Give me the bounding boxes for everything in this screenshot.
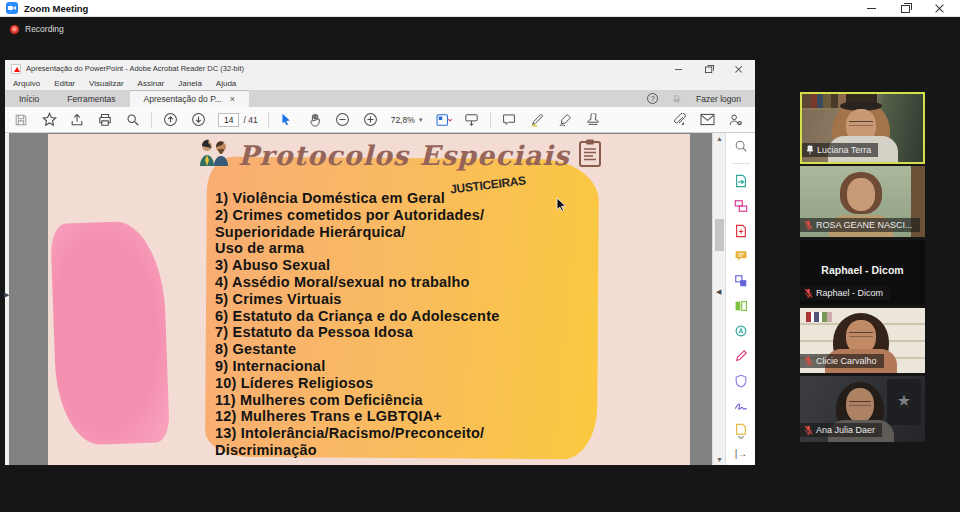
participant-name: Raphael - Dicom	[816, 288, 883, 298]
tab-inicio[interactable]: Início	[5, 90, 53, 107]
pin-icon	[806, 145, 814, 155]
organize-pages-icon[interactable]	[733, 298, 749, 314]
acrobat-toolbar: 14 / 41 72,8% ▼	[5, 107, 755, 133]
participant-name: Ana Julia Daer	[816, 425, 875, 435]
page-total-label: / 41	[243, 115, 257, 125]
zoom-level-value: 72,8%	[391, 115, 415, 125]
login-button[interactable]: Fazer logon	[696, 94, 741, 104]
page-number-input[interactable]: 14	[218, 113, 239, 127]
notifications-icon[interactable]: 🕭	[672, 93, 682, 104]
comment-icon[interactable]	[501, 112, 517, 128]
slide-list-line: Discriminação	[215, 442, 499, 459]
tab-ferramentas[interactable]: Ferramentas	[53, 90, 129, 107]
attach-icon[interactable]	[671, 112, 687, 128]
participant-tile-luciana[interactable]: Luciana Terra	[800, 92, 925, 164]
zoom-titlebar: Zoom Meeting	[0, 0, 960, 17]
participant-tile-rosa[interactable]: ROSA GEANE NASCI...	[800, 166, 925, 237]
slide-list-line: 11) Mulheres com Deficiência	[215, 392, 499, 409]
highlight-icon[interactable]	[529, 112, 545, 128]
recording-indicator: Recording	[10, 24, 64, 34]
menu-ajuda[interactable]: Ajuda	[216, 79, 236, 88]
stamp-icon[interactable]	[585, 112, 601, 128]
participant-nametag: Clicie Carvalho	[800, 354, 884, 368]
menu-arquivo[interactable]: Arquivo	[13, 79, 40, 88]
slide-title: Protocolos Especiais	[238, 140, 570, 171]
search-icon[interactable]	[125, 112, 141, 128]
print-icon[interactable]	[97, 112, 113, 128]
slide-list-line: Superioridade Hierárquica/	[215, 224, 499, 241]
expand-tools-icon[interactable]: |→	[726, 448, 756, 459]
nav-pane-toggle-icon[interactable]: ▶	[4, 291, 9, 299]
slide-list-line: 7) Estatuto da Pessoa Idosa	[215, 324, 499, 341]
participant-nametag: ROSA GEANE NASCI...	[800, 218, 920, 232]
more-tools-icon[interactable]	[733, 423, 749, 439]
slide-page: Protocolos Especiais JUSTICEIRAS 1) Viol…	[48, 134, 690, 465]
minimize-icon[interactable]	[866, 3, 878, 13]
slide-list-line: 9) Internacional	[215, 358, 499, 375]
participant-tile-ana[interactable]: ★ Ana Julia Daer	[800, 376, 925, 442]
restore-icon[interactable]	[900, 3, 912, 13]
tab-document[interactable]: Apresentação do P... ×	[130, 90, 250, 107]
acrobat-restore-icon[interactable]	[704, 65, 714, 73]
menu-editar[interactable]: Editar	[54, 79, 75, 88]
acrobat-close-icon[interactable]	[734, 65, 744, 73]
document-area: Protocolos Especiais JUSTICEIRAS 1) Viol…	[9, 133, 712, 465]
comment-tool-icon[interactable]	[733, 248, 749, 264]
page-view-icon[interactable]	[436, 112, 452, 128]
share-icon[interactable]	[69, 112, 85, 128]
menu-janela[interactable]: Janela	[178, 79, 202, 88]
zoom-window-title: Zoom Meeting	[24, 3, 88, 14]
prev-page-icon[interactable]	[162, 112, 178, 128]
search-tools-icon[interactable]	[733, 138, 749, 154]
slide-list-line: 5) Crimes Virtuais	[215, 291, 499, 308]
tab-close-icon[interactable]: ×	[230, 95, 235, 104]
save-icon[interactable]	[13, 112, 29, 128]
participant-name: Clicie Carvalho	[816, 356, 877, 366]
slide-list-line: 10) Líderes Religiosos	[215, 375, 499, 392]
slide-list-line: 1) Violência Doméstica em Geral	[215, 190, 499, 207]
hand-tool-icon[interactable]	[307, 112, 323, 128]
share-people-icon[interactable]	[727, 112, 743, 128]
next-page-icon[interactable]	[190, 112, 206, 128]
pointer-icon[interactable]	[279, 112, 295, 128]
help-icon[interactable]: ?	[647, 93, 658, 104]
menu-assinar[interactable]: Assinar	[138, 79, 165, 88]
enhance-scans-icon[interactable]	[733, 323, 749, 339]
slide-list-line: 4) Assédio Moral/sexual no trabalho	[215, 274, 499, 291]
certificates-sign-icon[interactable]	[733, 398, 749, 414]
clipboard-icon	[578, 139, 602, 171]
edit-pdf-icon[interactable]	[733, 198, 749, 214]
tools-panel: ◀	[725, 133, 755, 465]
acrobat-titlebar: Apresentação do PowerPoint - Adobe Acrob…	[5, 60, 755, 77]
email-icon[interactable]	[699, 112, 715, 128]
zoom-in-icon[interactable]	[363, 112, 379, 128]
scrollbar-thumb[interactable]	[715, 219, 724, 251]
close-icon[interactable]	[934, 3, 946, 13]
slide-list-line: 12) Mulheres Trans e LGBTQIA+	[215, 408, 499, 425]
sign-icon[interactable]	[557, 112, 573, 128]
star-icon[interactable]	[41, 112, 57, 128]
menu-visualizar[interactable]: Visualizar	[89, 79, 124, 88]
participant-tile-clicie[interactable]: Clicie Carvalho	[800, 308, 925, 373]
acrobat-minimize-icon[interactable]	[674, 65, 684, 73]
tools-pane-toggle-icon[interactable]: ◀	[716, 288, 721, 296]
fill-sign-pen-icon[interactable]	[733, 348, 749, 364]
presentation-icon[interactable]	[464, 112, 480, 128]
acrobat-menubar: Arquivo Editar Visualizar Assinar Janela…	[5, 77, 755, 90]
slide-list-line: 8) Gestante	[215, 341, 499, 358]
participant-display-name: Raphael - Dicom	[800, 264, 925, 276]
participant-nametag: Luciana Terra	[802, 143, 878, 157]
slide-list: 1) Violência Doméstica em Geral 2) Crime…	[215, 190, 499, 459]
tab-document-label: Apresentação do P...	[144, 94, 222, 104]
vertical-scrollbar[interactable]: ▲ ▼	[712, 133, 725, 465]
participant-tile-raphael[interactable]: Raphael - Dicom Raphael - Dicom	[800, 240, 925, 305]
combine-files-icon[interactable]	[733, 273, 749, 289]
create-pdf-icon[interactable]	[733, 223, 749, 239]
export-pdf-icon[interactable]	[733, 173, 749, 189]
zoom-out-icon[interactable]	[335, 112, 351, 128]
zoom-level-dropdown[interactable]: 72,8% ▼	[391, 115, 424, 125]
slide-list-line: 13) Intolerância/Racismo/Preconceito/	[215, 425, 499, 442]
recording-dot-icon	[10, 25, 19, 34]
zoom-camera-icon	[6, 2, 18, 14]
protect-icon[interactable]	[733, 373, 749, 389]
